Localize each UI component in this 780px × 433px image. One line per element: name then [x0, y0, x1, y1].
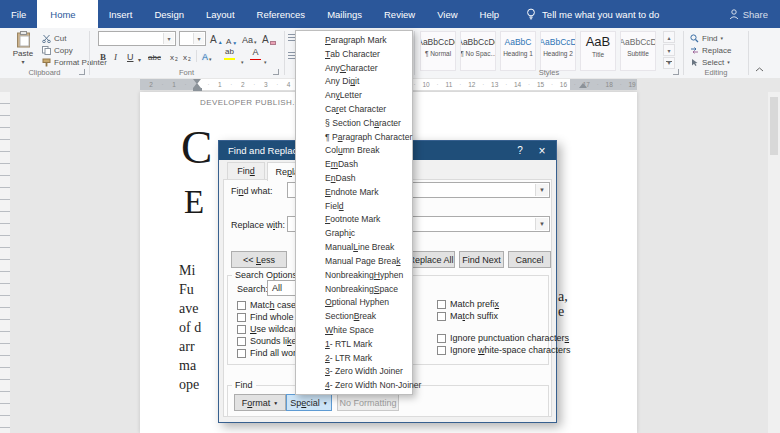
select-dropdown-arrow[interactable]: ▾ — [727, 59, 730, 65]
special-menu-item-5[interactable]: Any Letter — [296, 88, 412, 102]
special-menu-item-7[interactable]: § Section Character — [296, 116, 412, 130]
superscript-button[interactable]: x2 — [183, 49, 191, 62]
bold-button[interactable]: B — [100, 49, 106, 62]
ribbon-tab-help[interactable]: Help — [469, 0, 511, 28]
checkbox-right-3[interactable]: Ignore punctuation characters — [437, 333, 569, 343]
font-name-combobox[interactable]: ▾ — [98, 31, 176, 46]
special-menu-item-15[interactable]: Graphic — [296, 226, 412, 240]
no-formatting-button[interactable]: No Formatting — [337, 394, 399, 411]
vertical-scrollbar[interactable] — [768, 92, 780, 433]
special-menu-item-2[interactable]: Tab Character — [296, 47, 412, 61]
dialog-close-button[interactable]: × — [532, 141, 552, 160]
shrink-font-button[interactable]: A▼ — [226, 33, 237, 46]
cancel-button[interactable]: Cancel — [508, 251, 551, 268]
clipboard-dialog-launcher[interactable] — [79, 69, 85, 75]
special-menu-item-16[interactable]: Manual Line Break — [296, 240, 412, 254]
ribbon-tab-mailings[interactable]: Mailings — [316, 0, 373, 28]
checkbox-icon[interactable] — [437, 334, 446, 343]
checkbox-icon[interactable] — [237, 349, 246, 358]
special-menu-item-12[interactable]: Endnote Mark — [296, 185, 412, 199]
checkbox-icon[interactable] — [237, 313, 246, 322]
ribbon-tab-references[interactable]: References — [246, 0, 317, 28]
style-card-6[interactable]: AaBbCcDSubtitle — [620, 31, 656, 71]
tab-find[interactable]: Find — [227, 162, 265, 180]
highlight-dropdown-arrow[interactable]: ▾ — [241, 52, 244, 65]
left-indent-marker[interactable] — [193, 88, 202, 91]
special-menu-item-6[interactable]: Caret Character — [296, 102, 412, 116]
special-menu-item-17[interactable]: Manual Page Break — [296, 254, 412, 268]
special-button[interactable]: Special ▼ — [286, 394, 332, 411]
special-menu-item-9[interactable]: Column Break — [296, 144, 412, 158]
styles-scroll-up[interactable]: ▴ — [663, 31, 675, 43]
share-button[interactable]: Share — [729, 0, 768, 28]
font-dialog-launcher[interactable] — [273, 69, 279, 75]
checkbox-icon[interactable] — [437, 346, 446, 355]
subscript-button[interactable]: x2 — [170, 49, 178, 62]
checkbox-icon[interactable] — [237, 325, 246, 334]
checkbox-1[interactable]: Match case — [237, 300, 296, 310]
checkbox-icon[interactable] — [437, 300, 446, 309]
ribbon-tab-review[interactable]: Review — [373, 0, 426, 28]
special-menu-item-11[interactable]: En Dash — [296, 171, 412, 185]
less-button[interactable]: << Less — [231, 251, 287, 268]
styles-scroll-down[interactable]: ▾ — [663, 44, 675, 56]
find-next-button[interactable]: Find Next — [459, 251, 504, 268]
special-menu-item-8[interactable]: ¶ Paragraph Character — [296, 130, 412, 144]
special-menu-item-18[interactable]: Nonbreaking Hyphen — [296, 268, 412, 282]
format-button[interactable]: Format ▼ — [234, 394, 286, 411]
special-menu-item-24[interactable]: 2 - LTR Mark — [296, 351, 412, 365]
right-indent-marker[interactable] — [579, 83, 587, 88]
checkbox-right-1[interactable]: Match prefix — [437, 299, 499, 309]
ribbon-tab-file[interactable]: File — [0, 0, 37, 28]
ribbon-tab-insert[interactable]: Insert — [98, 0, 144, 28]
special-menu-item-21[interactable]: Section Break — [296, 309, 412, 323]
styles-dialog-launcher[interactable] — [673, 69, 679, 75]
italic-button[interactable]: I — [114, 49, 117, 62]
ribbon-tab-view[interactable]: View — [426, 0, 468, 28]
checkbox-icon[interactable] — [237, 337, 246, 346]
font-color-dropdown-arrow[interactable]: ▾ — [264, 52, 267, 65]
ribbon-tab-home[interactable]: Home — [37, 0, 97, 28]
checkbox-icon[interactable] — [237, 301, 246, 310]
chevron-down-icon[interactable]: ▾ — [163, 33, 174, 44]
font-color-button[interactable]: A — [250, 47, 261, 60]
text-effects-button[interactable]: A▾ — [202, 49, 212, 62]
collapse-ribbon-icon[interactable] — [755, 65, 764, 74]
ribbon-tab-design[interactable]: Design — [143, 0, 195, 28]
underline-button[interactable]: U — [127, 49, 134, 62]
special-menu-item-20[interactable]: Optional Hyphen — [296, 295, 412, 309]
change-case-button[interactable]: Aa▾ — [242, 32, 257, 45]
chevron-down-icon[interactable]: ▼ — [535, 184, 548, 196]
ribbon-tab-layout[interactable]: Layout — [195, 0, 246, 28]
replace-button[interactable]: Replace — [690, 45, 731, 55]
special-menu-item-26[interactable]: 4 - Zero Width Non-Joiner — [296, 378, 412, 392]
scrollbar-thumb[interactable] — [770, 97, 778, 155]
vertical-ruler[interactable] — [0, 92, 10, 433]
style-card-2[interactable]: AaBbCcDc¶ No Spac... — [460, 31, 496, 71]
special-menu-item-1[interactable]: Paragraph Mark — [296, 33, 412, 47]
dialog-help-button[interactable]: ? — [511, 141, 529, 160]
paste-dropdown-arrow[interactable]: ▾ — [21, 58, 24, 65]
font-size-combobox[interactable]: ▾ — [179, 31, 206, 46]
checkbox-right-4[interactable]: Ignore white-space characters — [437, 345, 571, 355]
special-menu-item-10[interactable]: Em Dash — [296, 157, 412, 171]
special-menu-item-3[interactable]: Any Character — [296, 61, 412, 75]
checkbox-right-2[interactable]: Match suffix — [437, 311, 498, 321]
special-menu-item-14[interactable]: Footnote Mark — [296, 213, 412, 227]
underline-dropdown-arrow[interactable]: ▾ — [138, 50, 141, 63]
special-menu-item-23[interactable]: 1 - RTL Mark — [296, 337, 412, 351]
special-menu-item-13[interactable]: Field — [296, 199, 412, 213]
checkbox-icon[interactable] — [437, 312, 446, 321]
style-card-1[interactable]: AaBbCcDc¶ Normal — [420, 31, 456, 71]
style-card-3[interactable]: AaBbCHeading 1 — [500, 31, 536, 71]
chevron-down-icon[interactable]: ▾ — [193, 33, 204, 44]
find-button[interactable]: Find ▾ — [690, 33, 723, 43]
replace-all-button[interactable]: Replace All — [407, 251, 455, 268]
special-menu-item-25[interactable]: 3 - Zero Width Joiner — [296, 365, 412, 379]
clear-formatting-button[interactable]: A — [262, 32, 276, 45]
select-button[interactable]: Select ▾ — [690, 57, 730, 67]
style-card-4[interactable]: AaBbCcDHeading 2 — [540, 31, 576, 71]
special-menu-item-4[interactable]: Any Digit — [296, 74, 412, 88]
special-menu-item-19[interactable]: Nonbreaking Space — [296, 282, 412, 296]
tell-me-box[interactable]: Tell me what you want to do — [526, 0, 659, 28]
